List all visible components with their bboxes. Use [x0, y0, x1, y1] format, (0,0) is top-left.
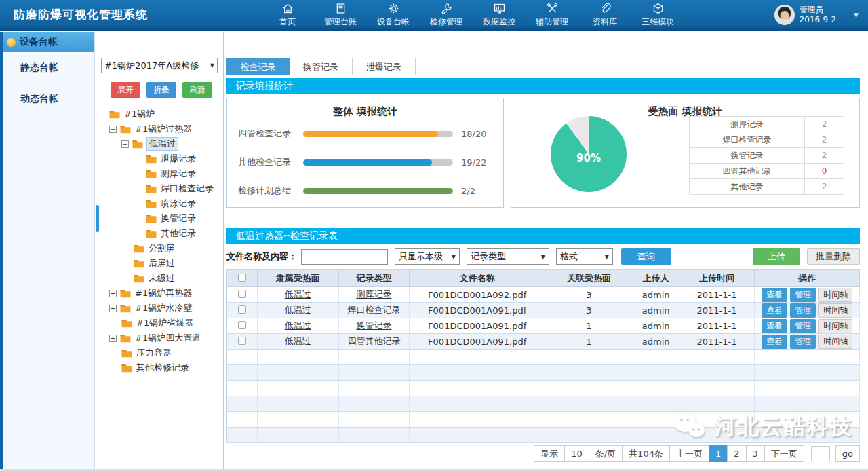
upload-button[interactable]: 上传: [753, 248, 800, 265]
tree-node-其他记录[interactable]: 其他记录: [96, 226, 223, 241]
expand-icon[interactable]: +: [109, 305, 117, 312]
tree-node-其他检修记录[interactable]: 其他检修记录: [96, 360, 223, 375]
surface-link[interactable]: 低温过: [285, 320, 311, 331]
tree-node-测厚记录[interactable]: 测厚记录: [96, 166, 223, 181]
row-checkbox[interactable]: [238, 305, 246, 314]
tree-scrollbar[interactable]: [96, 205, 99, 232]
page-number-1[interactable]: 1: [709, 445, 728, 462]
surface-cell[interactable]: 低温过: [257, 287, 338, 303]
stat-bar-row: 其他检查记录19/22: [238, 156, 492, 168]
surface-cell[interactable]: 低温过: [257, 303, 338, 318]
manage-button[interactable]: 管理: [790, 288, 816, 302]
page-jump-input[interactable]: [811, 446, 830, 461]
page-number-3[interactable]: 3: [746, 445, 765, 462]
select-all-checkbox[interactable]: [238, 274, 246, 282]
tree-node-换管记录[interactable]: 换管记录: [96, 211, 223, 226]
collapse-icon[interactable]: −: [109, 126, 117, 133]
record-type-link[interactable]: 测厚记录: [356, 289, 391, 299]
manage-button[interactable]: 管理: [790, 303, 816, 318]
tab-泄爆记录[interactable]: 泄爆记录: [353, 58, 416, 75]
tree-node-喷涂记录[interactable]: 喷涂记录: [96, 196, 223, 211]
page-go-button[interactable]: go: [835, 445, 860, 462]
overhaul-select[interactable]: #1锅炉2017年A级检修 ▼: [101, 58, 218, 73]
record-type-link[interactable]: 焊口检查记录: [347, 305, 400, 315]
view-button[interactable]: 查看: [762, 288, 787, 302]
tree-node-#1锅炉省煤器[interactable]: #1锅炉省煤器: [96, 316, 223, 331]
nav-item-数据监控[interactable]: 数据监控: [473, 0, 526, 30]
view-button[interactable]: 查看: [762, 335, 787, 349]
record-type-link[interactable]: 换管记录: [356, 320, 391, 331]
tree-button-展开[interactable]: 展开: [111, 82, 140, 98]
surface-link[interactable]: 低温过: [285, 336, 311, 346]
timeline-button[interactable]: 时间轴: [818, 335, 852, 349]
timeline-button[interactable]: 时间轴: [818, 319, 852, 333]
tree-node-#1锅炉过热器[interactable]: −#1锅炉过热器: [96, 121, 223, 136]
record-type-cell[interactable]: 焊口检查记录: [338, 303, 410, 318]
timeline-button[interactable]: 时间轴: [818, 288, 852, 302]
nav-item-三维模块[interactable]: 三维模块: [631, 0, 684, 30]
empty-cell: [755, 396, 860, 412]
record-type-cell[interactable]: 四管其他记录: [338, 334, 410, 350]
record-type-cell[interactable]: 换管记录: [338, 318, 410, 334]
tree-node-#1锅炉再热器[interactable]: +#1锅炉再热器: [96, 286, 223, 301]
column-header-上传时间: 上传时间: [679, 270, 755, 287]
tree-node-低温过[interactable]: −低温过: [96, 136, 223, 151]
stat-bar-value: 2/2: [461, 186, 492, 196]
file-search-input[interactable]: [301, 249, 388, 265]
row-checkbox[interactable]: [238, 337, 246, 345]
caret-down-icon[interactable]: ▼: [854, 12, 859, 18]
user-area[interactable]: 管理员 2016-9-2 ▼: [774, 5, 868, 25]
scope-select[interactable]: 只显示本级▼: [395, 248, 460, 265]
nav-item-辅助管理[interactable]: 辅助管理: [526, 0, 578, 30]
tree-node-分割屏[interactable]: 分割屏: [96, 241, 223, 256]
tree-node-泄爆记录[interactable]: 泄爆记录: [96, 151, 223, 166]
batch-delete-button[interactable]: 批量删除: [807, 248, 860, 265]
tree-node-#1锅炉[interactable]: #1锅炉: [96, 107, 223, 121]
avatar[interactable]: [774, 5, 795, 25]
surface-stats-row: 焊口检查记录2: [690, 132, 844, 148]
timeline-button[interactable]: 时间轴: [818, 303, 852, 318]
surface-cell[interactable]: 低温过: [257, 334, 338, 350]
nav-item-管理台账[interactable]: 管理台账: [314, 0, 367, 30]
record-type-select[interactable]: 记录类型▼: [467, 248, 549, 265]
tree-node-后屏过[interactable]: 后屏过: [96, 256, 223, 271]
sidebar-item-设备台帐[interactable]: 设备台帐: [0, 32, 94, 52]
select-all-header: [227, 270, 258, 287]
empty-cell: [257, 381, 338, 396]
next-page-button[interactable]: 下一页: [764, 445, 804, 462]
tree-node-末级过[interactable]: 末级过: [96, 271, 223, 286]
row-checkbox[interactable]: [238, 290, 246, 298]
sidebar-item-静态台帐[interactable]: 静态台帐: [0, 52, 94, 83]
tree-node-压力容器[interactable]: 压力容器: [96, 345, 223, 360]
nav-item-检修管理[interactable]: 检修管理: [420, 0, 473, 30]
tree-node-焊口检查记录[interactable]: 焊口检查记录: [96, 181, 223, 196]
manage-button[interactable]: 管理: [790, 319, 816, 333]
expand-icon[interactable]: +: [109, 335, 117, 342]
tree-node-#1锅炉四大管道[interactable]: +#1锅炉四大管道: [96, 331, 223, 345]
surface-link[interactable]: 低温过: [285, 289, 311, 299]
tree-node-#1锅炉水冷壁[interactable]: +#1锅炉水冷壁: [96, 301, 223, 316]
view-button[interactable]: 查看: [762, 319, 787, 333]
tree-button-折叠[interactable]: 折叠: [146, 82, 176, 98]
row-checkbox[interactable]: [238, 321, 246, 329]
manage-button[interactable]: 管理: [790, 335, 816, 349]
search-button[interactable]: 查询: [621, 248, 671, 265]
tree-node-label: 测厚记录: [161, 168, 196, 180]
surface-link[interactable]: 低温过: [285, 305, 311, 315]
format-select[interactable]: 格式▼: [556, 248, 613, 265]
nav-item-设备台帐[interactable]: 设备台帐: [367, 0, 420, 30]
surface-cell[interactable]: 低温过: [257, 318, 338, 334]
prev-page-button[interactable]: 上一页: [669, 445, 709, 462]
collapse-icon[interactable]: −: [121, 140, 129, 148]
tree-button-刷新[interactable]: 刷新: [182, 82, 212, 98]
view-button[interactable]: 查看: [762, 303, 787, 318]
page-number-2[interactable]: 2: [727, 445, 746, 462]
nav-item-首页[interactable]: 首页: [261, 0, 314, 30]
tab-换管记录[interactable]: 换管记录: [290, 58, 353, 75]
sidebar-item-动态台帐[interactable]: 动态台帐: [0, 83, 94, 115]
nav-item-资料库[interactable]: 资料库: [578, 0, 631, 30]
record-type-link[interactable]: 四管其他记录: [347, 336, 400, 346]
expand-icon[interactable]: +: [109, 290, 117, 297]
tab-检查记录[interactable]: 检查记录: [226, 58, 290, 75]
record-type-cell[interactable]: 测厚记录: [338, 287, 410, 303]
